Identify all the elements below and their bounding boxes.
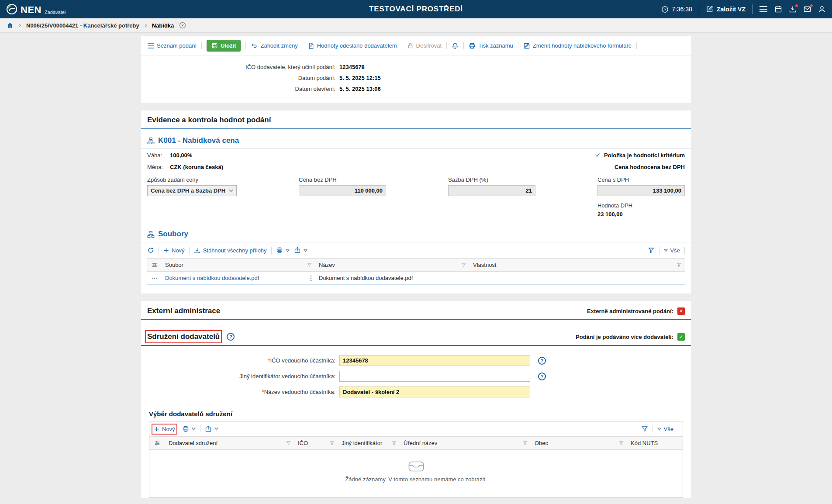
caret-down-icon xyxy=(664,249,668,252)
form-edit-icon xyxy=(523,42,530,49)
check-indicator[interactable]: ✓ xyxy=(677,333,685,341)
column-filter-icon[interactable] xyxy=(677,262,681,267)
close-tab-icon[interactable] xyxy=(179,22,186,29)
nazev-vedouciho-input[interactable] xyxy=(339,387,530,397)
messages-button[interactable] xyxy=(803,5,811,13)
cena-bez-dph-label: Cena bez DPH xyxy=(299,176,386,183)
column-filter-icon[interactable] xyxy=(619,441,624,445)
zpusob-zadani-field: Způsob zadání ceny Cena bez DPH a Sazba … xyxy=(147,176,237,196)
jiny-identifikator-input[interactable] xyxy=(339,371,530,382)
export-button[interactable] xyxy=(205,425,218,432)
zalozit-vz-button[interactable]: Založit VZ xyxy=(706,5,746,13)
column-header-uredni-nazev[interactable]: Úřední název xyxy=(400,437,531,449)
calendar-button[interactable] xyxy=(774,5,782,13)
section-title-externi: Externí administrace xyxy=(147,307,220,315)
save-icon xyxy=(211,42,218,49)
user-button[interactable] xyxy=(818,5,826,13)
filter-button[interactable] xyxy=(641,425,648,432)
toolbar-separator xyxy=(159,247,159,254)
row-menu-icon[interactable] xyxy=(152,277,158,280)
files-table: Soubor Název Vlastnost xyxy=(147,258,685,285)
sazba-dph-input[interactable] xyxy=(448,185,535,196)
column-label: Dodavatel sdružení xyxy=(169,440,217,446)
column-header-ico[interactable]: IČO xyxy=(294,437,338,449)
new-sdruzeni-button[interactable]: Nový xyxy=(154,426,175,432)
zalozit-vz-label: Založit VZ xyxy=(717,6,746,13)
bell-icon xyxy=(452,42,459,49)
breadcrumb-item-vz[interactable]: N006/25/V00004421 - Kancelářské potřeby xyxy=(26,22,139,29)
plus-icon xyxy=(154,426,159,432)
view-all-dropdown[interactable]: Vše xyxy=(664,247,680,254)
downloads-button[interactable] xyxy=(789,5,797,13)
download-all-button[interactable]: Stáhnout všechny přílohy xyxy=(194,247,267,254)
clock-icon xyxy=(661,6,669,13)
change-form-values-button[interactable]: Změnit hodnoty nabídkového formuláře xyxy=(523,42,632,49)
column-filter-icon[interactable] xyxy=(286,441,291,445)
k001-row-mena: Měna: CZK (koruna česká) Cena hodnocena … xyxy=(141,161,691,173)
decrypt-button[interactable]: Dešifrovat xyxy=(407,42,442,49)
save-button[interactable]: Uložit xyxy=(207,40,241,52)
view-all-dropdown[interactable]: Vše xyxy=(657,426,673,432)
field-label: Jiný identifikátor vedoucího účastníka: xyxy=(141,373,335,380)
notifications-button[interactable] xyxy=(452,42,459,49)
grid-settings-icon[interactable] xyxy=(149,437,165,449)
mena-label: Měna: xyxy=(147,164,170,170)
toolbar-separator xyxy=(636,42,637,49)
column-header-soubor[interactable]: Soubor xyxy=(162,259,315,271)
new-file-button[interactable]: Nový xyxy=(163,247,185,254)
toolbar-separator xyxy=(312,247,312,254)
home-icon[interactable] xyxy=(7,22,14,29)
export-button[interactable] xyxy=(294,247,307,254)
nen-logo[interactable]: NEN Zadavatel xyxy=(6,3,66,15)
print-record-button[interactable]: Tisk záznamu xyxy=(469,42,513,49)
column-filter-icon[interactable] xyxy=(307,262,312,267)
refresh-button[interactable] xyxy=(147,247,154,254)
cena-s-dph-input[interactable] xyxy=(597,185,685,196)
toolbar-separator xyxy=(659,247,659,254)
seznam-podani-button[interactable]: Seznam podání xyxy=(147,42,197,49)
top-bar: NEN Zadavatel TESTOVACÍ PROSTŘEDÍ 7:36:3… xyxy=(0,0,832,18)
supplier-values-button[interactable]: Hodnoty odeslané dodavatelem xyxy=(308,42,397,49)
column-header-kod-nuts[interactable]: Kód NUTS xyxy=(627,437,683,449)
column-header-vlastnost[interactable]: Vlastnost xyxy=(470,259,685,271)
column-label: Jiný identifikátor xyxy=(342,440,382,446)
help-icon[interactable]: ? xyxy=(538,373,546,380)
column-header-jiny-identifikator[interactable]: Jiný identifikátor xyxy=(338,437,400,449)
k001-title: K001 - Nabídková cena xyxy=(158,136,239,145)
column-filter-icon[interactable] xyxy=(461,262,466,267)
caret-down-icon xyxy=(286,249,290,252)
externi-header: Externí administrace Externě administrov… xyxy=(141,301,691,320)
menu-button[interactable] xyxy=(759,6,768,13)
column-filter-icon[interactable] xyxy=(523,441,528,445)
file-link[interactable]: Dokument s nabídkou dodavatele.pdf xyxy=(165,275,259,281)
criteria-icon xyxy=(147,137,155,145)
zpusob-zadani-value: Cena bez DPH a Sazba DPH xyxy=(151,187,225,194)
column-header-nazev[interactable]: Název xyxy=(315,259,470,271)
cross-indicator[interactable]: ✕ xyxy=(677,307,685,315)
column-header-dodavatel[interactable]: Dodavatel sdružení xyxy=(165,437,294,449)
vaha-label: Váha: xyxy=(147,152,170,159)
discard-changes-button[interactable]: Zahodit změny xyxy=(251,42,297,49)
column-header-obec[interactable]: Obec xyxy=(531,437,627,449)
submission-info: IČO dodavatele, který učinil podání: 123… xyxy=(141,56,691,103)
kriterium-text: Položka je hodnotící kritérium xyxy=(604,152,685,159)
filter-button[interactable] xyxy=(648,247,655,254)
cena-bez-dph-input[interactable] xyxy=(299,185,386,196)
field-label: *IČO vedoucího účastníka: xyxy=(141,357,335,364)
zpusob-zadani-select[interactable]: Cena bez DPH a Sazba DPH xyxy=(147,185,237,196)
column-filter-icon[interactable] xyxy=(392,441,397,445)
evidence-section: Evidence a kontrola hodnot podání K001 -… xyxy=(141,110,691,293)
ico-vedouciho-input[interactable] xyxy=(339,355,530,366)
print-button[interactable] xyxy=(276,247,290,254)
table-row[interactable]: Dokument s nabídkou dodavatele.pdf Dokum… xyxy=(147,272,685,285)
k001-row-vaha: Váha: 100,00% ✓ Položka je hodnotící kri… xyxy=(141,149,691,161)
column-filter-icon[interactable] xyxy=(330,441,335,445)
download-all-label: Stáhnout všechny přílohy xyxy=(203,247,267,254)
help-icon[interactable]: ? xyxy=(538,357,546,365)
toolbar-separator xyxy=(652,425,653,432)
cell-menu-icon[interactable] xyxy=(310,275,312,281)
help-icon[interactable]: ? xyxy=(227,333,235,341)
grid-settings-icon[interactable] xyxy=(147,259,162,271)
print-button[interactable] xyxy=(182,425,196,432)
user-icon xyxy=(818,5,826,13)
